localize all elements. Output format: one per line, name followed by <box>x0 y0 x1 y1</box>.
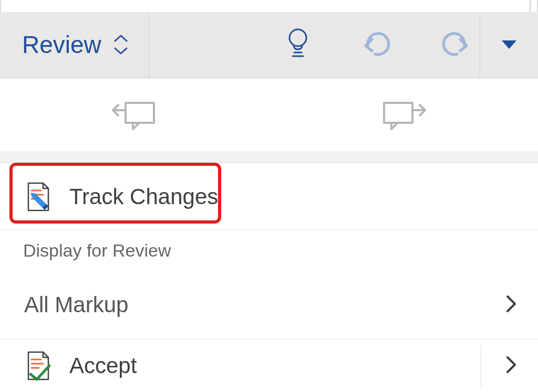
previous-comment-icon <box>112 97 157 133</box>
previous-comment-button[interactable] <box>0 79 269 151</box>
redo-button[interactable] <box>434 30 477 59</box>
display-for-review-label: Display for Review <box>23 240 171 261</box>
undo-button[interactable] <box>356 30 398 59</box>
top-strip <box>0 0 538 12</box>
section-gap <box>0 151 538 163</box>
ribbon-switcher-icon[interactable] <box>114 35 128 55</box>
lightbulb-icon <box>287 27 309 62</box>
display-for-review-header: Display for Review <box>0 230 538 270</box>
svg-rect-3 <box>126 103 154 123</box>
comment-nav-row <box>0 78 538 151</box>
all-markup-label: All Markup <box>24 292 128 317</box>
all-markup-row[interactable]: All Markup <box>0 270 538 340</box>
toolbar-more-dropdown[interactable] <box>480 12 538 77</box>
dropdown-triangle-icon <box>502 40 516 49</box>
redo-icon <box>440 30 471 59</box>
next-comment-button[interactable] <box>269 79 538 151</box>
chevron-right-icon[interactable] <box>505 355 517 376</box>
accept-label: Accept <box>69 353 137 378</box>
next-comment-icon <box>381 97 426 133</box>
accept-row[interactable]: Accept <box>0 340 538 392</box>
svg-rect-4 <box>384 103 412 123</box>
tell-me-button[interactable] <box>277 27 319 62</box>
accept-icon <box>24 350 56 382</box>
svg-point-0 <box>289 29 306 46</box>
track-changes-row[interactable]: Track Changes <box>0 163 538 230</box>
track-changes-icon <box>24 181 56 213</box>
undo-icon <box>361 30 392 59</box>
ribbon-tab-label: Review <box>22 30 101 59</box>
ribbon-toolbar: Review <box>0 12 538 78</box>
accept-split-divider <box>481 345 481 386</box>
chevron-right-icon <box>505 294 517 315</box>
track-changes-label: Track Changes <box>69 184 218 209</box>
ribbon-tab-review[interactable]: Review <box>0 12 149 77</box>
